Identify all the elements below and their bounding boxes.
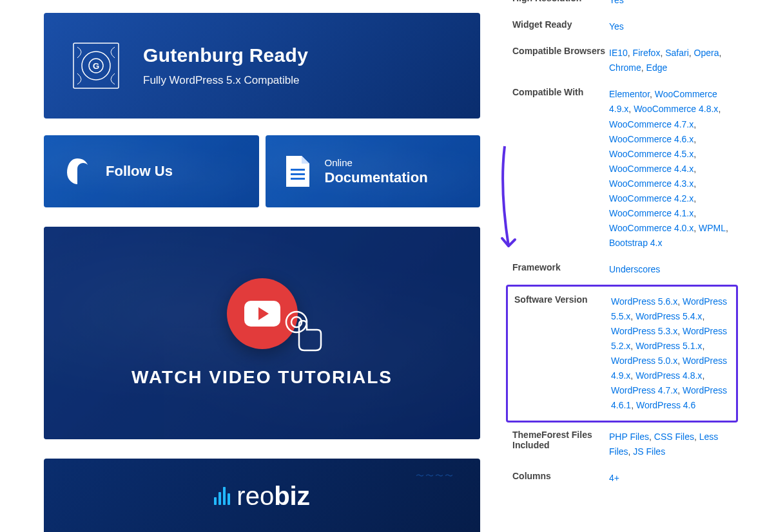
spec-link[interactable]: Edge xyxy=(646,62,668,73)
spec-link[interactable]: WPML xyxy=(699,223,726,233)
spec-link[interactable]: IE10 xyxy=(609,48,628,58)
spec-link[interactable]: Yes xyxy=(609,21,624,32)
spec-row: Software VersionWordPress 5.6.x, WordPre… xyxy=(508,289,736,419)
spec-link[interactable]: WooCommerce 4.6.x xyxy=(609,134,694,144)
follow-us-label: Follow Us xyxy=(106,163,173,180)
svg-text:G: G xyxy=(93,61,99,71)
document-icon xyxy=(284,155,312,188)
pointer-click-icon xyxy=(280,305,331,357)
spec-value: Yes xyxy=(609,0,732,8)
documentation-banner[interactable]: Online Documentation xyxy=(266,135,481,207)
svg-rect-4 xyxy=(291,169,305,171)
spec-label: Software Version xyxy=(514,294,611,413)
promo-column: G Gutenburg Ready Fully WordPress 5.x Co… xyxy=(0,0,480,532)
reobiz-banner[interactable]: 〜〜〜〜 reobiz xyxy=(44,459,480,532)
spec-link[interactable]: Safari xyxy=(665,48,689,58)
spec-link[interactable]: WooCommerce 4.0.x xyxy=(609,223,694,233)
spec-link[interactable]: Bootstrap 4.x xyxy=(609,238,663,248)
spec-row: Compatible BrowsersIE10, Firefox, Safari… xyxy=(506,40,738,81)
play-button[interactable] xyxy=(227,278,298,349)
spec-label: Columns xyxy=(512,471,609,486)
spec-link[interactable]: WordPress 5.6.x xyxy=(611,296,677,307)
spec-label: Widget Ready xyxy=(512,19,609,34)
svg-point-7 xyxy=(286,312,307,332)
spec-value: IE10, Firefox, Safari, Opera, Chrome, Ed… xyxy=(609,46,732,75)
spec-link[interactable]: WordPress 4.6 xyxy=(636,400,695,410)
spec-link[interactable]: WordPress 5.1.x xyxy=(635,341,702,351)
spec-link[interactable]: WooCommerce 4.1.x xyxy=(609,208,694,218)
spec-label: Framework xyxy=(512,262,609,277)
svg-rect-5 xyxy=(291,173,305,175)
spec-value: Elementor, WooCommerce 4.9.x, WooCommerc… xyxy=(609,87,732,251)
spec-link[interactable]: WooCommerce 4.7.x xyxy=(609,119,694,129)
spec-row: Compatible WithElementor, WooCommerce 4.… xyxy=(506,81,738,256)
spec-link[interactable]: Underscores xyxy=(609,264,660,274)
reobiz-bars-icon xyxy=(214,487,230,505)
docs-label: Documentation xyxy=(325,169,428,185)
gutenberg-banner[interactable]: G Gutenburg Ready Fully WordPress 5.x Co… xyxy=(44,13,480,119)
spec-row: High ResolutionYes xyxy=(506,0,738,14)
spec-link[interactable]: Yes xyxy=(609,0,624,5)
gutenberg-title: Gutenburg Ready xyxy=(143,44,308,66)
spec-value: 4+ xyxy=(609,471,732,486)
spec-link[interactable]: WordPress 4.8.x xyxy=(635,370,702,381)
spec-link[interactable]: WooCommerce 4.3.x xyxy=(609,178,694,189)
gutenberg-icon: G xyxy=(72,42,120,90)
spec-link[interactable]: 4+ xyxy=(609,473,619,483)
spec-link[interactable]: CSS Files xyxy=(654,432,694,442)
spec-row: Columns4+ xyxy=(506,465,738,491)
spec-link[interactable]: WooCommerce 4.2.x xyxy=(609,193,694,204)
spec-value: Underscores xyxy=(609,262,732,277)
spec-link[interactable]: WooCommerce 4.8.x xyxy=(634,104,718,114)
spec-link[interactable]: Elementor xyxy=(609,89,650,99)
highlight-box: Software VersionWordPress 5.6.x, WordPre… xyxy=(506,285,738,423)
spec-link[interactable]: Firefox xyxy=(633,48,661,58)
spec-label: ThemeForest Files Included xyxy=(512,430,609,459)
spec-link[interactable]: WordPress 5.3.x xyxy=(611,326,677,336)
spec-label: Compatible With xyxy=(512,87,609,251)
reobiz-logo-text: reobiz xyxy=(237,482,309,511)
spec-link[interactable]: WooCommerce 4.4.x xyxy=(609,164,694,174)
annotation-arrow xyxy=(492,143,518,259)
leaf-icon xyxy=(62,156,93,187)
spec-link[interactable]: WordPress 5.4.x xyxy=(635,311,702,321)
spec-label: Compatible Browsers xyxy=(512,46,609,75)
spec-link[interactable]: Chrome xyxy=(609,62,641,73)
specs-sidebar: High ResolutionYesWidget ReadyYesCompati… xyxy=(506,0,738,532)
spec-link[interactable]: PHP Files xyxy=(609,432,649,442)
spec-link[interactable]: WordPress 4.7.x xyxy=(611,385,677,395)
gutenberg-subtitle: Fully WordPress 5.x Compatible xyxy=(143,74,308,87)
spec-row: ThemeForest Files IncludedPHP Files, CSS… xyxy=(506,424,738,465)
video-title: WATCH VIDEO TUTORIALS xyxy=(131,367,393,388)
docs-sub: Online xyxy=(325,157,428,168)
spec-value: Yes xyxy=(609,19,732,34)
spec-row: FrameworkUnderscores xyxy=(506,256,738,283)
svg-rect-6 xyxy=(291,178,305,180)
wave-decoration: 〜〜〜〜 xyxy=(416,470,454,482)
follow-us-banner[interactable]: Follow Us xyxy=(44,135,259,207)
spec-link[interactable]: WordPress 5.0.x xyxy=(611,356,677,366)
spec-link[interactable]: Opera xyxy=(694,48,719,58)
spec-value: PHP Files, CSS Files, Less Files, JS Fil… xyxy=(609,430,732,459)
spec-row: Widget ReadyYes xyxy=(506,14,738,40)
spec-value: WordPress 5.6.x, WordPress 5.5.x, WordPr… xyxy=(611,294,730,413)
spec-link[interactable]: WooCommerce 4.5.x xyxy=(609,149,694,159)
video-tutorials-banner[interactable]: WATCH VIDEO TUTORIALS xyxy=(44,227,480,439)
spec-link[interactable]: JS Files xyxy=(633,446,665,457)
spec-label: High Resolution xyxy=(512,0,609,8)
